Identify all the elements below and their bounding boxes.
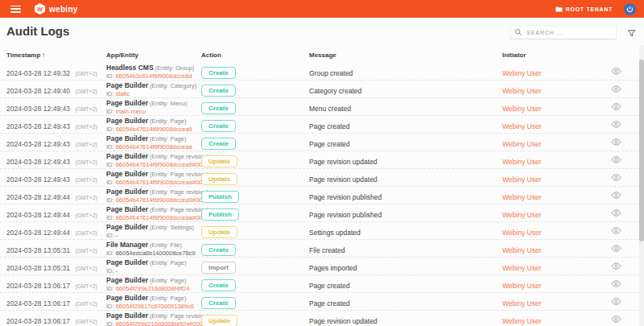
entity-id-value[interactable]: 66054f299e216d8008f4ff24 bbox=[116, 285, 190, 292]
column-header-action: Action bbox=[201, 52, 309, 59]
tenant-label: ROOT TENANT bbox=[566, 6, 613, 12]
view-details-button[interactable] bbox=[611, 155, 621, 164]
initiator-cell: Webiny User bbox=[502, 135, 601, 150]
audit-log-row: 2024-03-28 12:49:43 (GMT+2) Page Builder… bbox=[0, 151, 644, 169]
entity-type: (Entity: Group) bbox=[155, 64, 195, 72]
initiator-link[interactable]: Webiny User bbox=[502, 158, 542, 166]
app-entity-cell: Page Builder(Entity: Page) ID: - bbox=[106, 258, 201, 274]
view-details-button[interactable] bbox=[611, 102, 621, 111]
initiator-link[interactable]: Webiny User bbox=[502, 282, 542, 290]
entity-id-value[interactable]: 66054b47614f6f9008dcceaa bbox=[116, 143, 192, 151]
entity-id-value[interactable]: 66054b3c614f6f9008dcce8d bbox=[116, 72, 192, 80]
initiator-link[interactable]: Webiny User bbox=[502, 299, 542, 307]
tenant-selector[interactable]: ROOT TENANT bbox=[555, 6, 613, 12]
search-input[interactable] bbox=[526, 30, 607, 35]
message-text: Page created bbox=[309, 140, 350, 148]
entity-id-label: ID: bbox=[106, 126, 114, 133]
audit-log-row: 2024-03-28 12:49:40 (GMT+2) Page Builder… bbox=[0, 80, 644, 98]
entity-id-value[interactable]: 66054f299e216d8008f4ff24#0003 bbox=[116, 320, 206, 326]
entity-id-value[interactable]: 66054b47614f6f9008dcceaa#0001 bbox=[116, 179, 209, 186]
view-details-button[interactable] bbox=[611, 262, 621, 270]
message-text: Pages imported bbox=[309, 264, 357, 272]
action-cell: Update bbox=[201, 170, 309, 185]
initiator-link[interactable]: Webiny User bbox=[502, 246, 542, 254]
audit-log-row: 2024-03-28 12:49:43 (GMT+2) Page Builder… bbox=[0, 98, 644, 116]
view-details-button[interactable] bbox=[611, 226, 621, 235]
initiator-link[interactable]: Webiny User bbox=[502, 105, 542, 113]
vertical-scrollbar[interactable] bbox=[639, 45, 644, 326]
action-badge: Create bbox=[201, 138, 236, 150]
entity-id-value[interactable]: main-menu bbox=[116, 108, 147, 115]
column-header-timestamp[interactable]: Timestamp↑ bbox=[0, 52, 106, 59]
view-details-button[interactable] bbox=[611, 120, 621, 129]
initiator-link[interactable]: Webiny User bbox=[502, 140, 542, 148]
action-cell: Create bbox=[201, 99, 309, 114]
action-cell: Create bbox=[201, 81, 309, 97]
audit-log-row: 2024-03-28 12:49:44 (GMT+2) Page Builder… bbox=[0, 187, 644, 204]
view-details-button[interactable] bbox=[611, 138, 621, 146]
view-details-button[interactable] bbox=[611, 191, 621, 200]
action-cell: Update bbox=[201, 152, 309, 167]
timestamp-cell: 2024-03-28 13:06:17 (GMT+2) bbox=[0, 312, 106, 326]
entity-id-label: ID: bbox=[106, 196, 114, 204]
view-details-button[interactable] bbox=[611, 279, 621, 288]
entity-type: (Entity: Page revision) bbox=[150, 153, 208, 160]
entity-id-value[interactable]: 66054b47614f6f9008dccea9#0001 bbox=[116, 196, 209, 204]
view-details-button[interactable] bbox=[611, 85, 621, 93]
initiator-cell: Webiny User bbox=[502, 171, 601, 185]
view-details-button[interactable] bbox=[611, 173, 621, 182]
entity-id-value[interactable]: 66054b47614f6f9008dccea9 bbox=[116, 126, 192, 133]
scrollbar-thumb[interactable] bbox=[639, 60, 644, 241]
initiator-cell: Webiny User bbox=[502, 153, 601, 167]
initiator-cell: Webiny User bbox=[502, 188, 601, 203]
entity-type: (Entity: Page revision) bbox=[150, 171, 208, 178]
menu-icon[interactable] bbox=[10, 6, 21, 13]
entity-id-value[interactable]: static bbox=[116, 90, 130, 97]
message-text: Page created bbox=[309, 299, 350, 307]
entity-id-value[interactable]: 66054b47614f6f9008dcceaa#0001 bbox=[116, 214, 209, 221]
message-cell: Page revision published bbox=[309, 206, 502, 221]
user-avatar[interactable] bbox=[624, 3, 636, 15]
initiator-link[interactable]: Webiny User bbox=[502, 122, 542, 130]
timezone-label: (GMT+2) bbox=[75, 319, 97, 324]
view-details-button[interactable] bbox=[611, 244, 621, 253]
initiator-link[interactable]: Webiny User bbox=[502, 317, 542, 325]
entity-id-label: ID: bbox=[106, 303, 114, 310]
initiator-link[interactable]: Webiny User bbox=[502, 175, 542, 184]
initiator-link[interactable]: Webiny User bbox=[502, 264, 542, 272]
audit-log-row: 2024-03-28 12:49:44 (GMT+2) Page Builder… bbox=[0, 204, 644, 222]
timestamp-value: 2024-03-28 12:49:44 bbox=[6, 211, 70, 219]
entity-id-value[interactable]: 66054f29617c8700091389c6 bbox=[116, 303, 194, 310]
timestamp-value: 2024-03-28 12:49:43 bbox=[6, 140, 70, 148]
initiator-link[interactable]: Webiny User bbox=[502, 211, 542, 219]
search-box[interactable] bbox=[510, 25, 617, 39]
view-details-button[interactable] bbox=[611, 297, 621, 306]
tenant-folder-icon bbox=[555, 6, 563, 12]
webiny-logo[interactable]: W webiny bbox=[35, 3, 78, 14]
message-text: Group created bbox=[309, 69, 353, 77]
initiator-link[interactable]: Webiny User bbox=[502, 69, 542, 77]
timestamp-cell: 2024-03-28 12:49:44 (GMT+2) bbox=[0, 224, 106, 238]
action-cell: Publish bbox=[201, 188, 309, 203]
app-name: Page Builder bbox=[106, 99, 148, 107]
view-details-button[interactable] bbox=[611, 315, 621, 324]
filter-button[interactable] bbox=[627, 27, 636, 41]
app-name: Page Builder bbox=[106, 205, 148, 213]
message-cell: Category created bbox=[309, 82, 502, 97]
initiator-link[interactable]: Webiny User bbox=[502, 87, 542, 95]
audit-log-row: 2024-03-28 12:49:43 (GMT+2) Page Builder… bbox=[0, 169, 644, 187]
app-entity-cell: File Manager(Entity: File) ID: 66054edca… bbox=[106, 241, 201, 257]
message-cell: Page created bbox=[309, 135, 502, 150]
action-badge: Create bbox=[201, 85, 236, 97]
initiator-link[interactable]: Webiny User bbox=[502, 193, 542, 201]
column-header-initiator: Initiator bbox=[502, 52, 601, 59]
initiator-link[interactable]: Webiny User bbox=[502, 229, 542, 237]
entity-id-value[interactable]: - bbox=[116, 267, 118, 274]
entity-id-value[interactable]: 66054edca6b1400008ce76c9 bbox=[116, 250, 196, 257]
timezone-label: (GMT+2) bbox=[75, 230, 97, 236]
view-details-button[interactable] bbox=[611, 67, 621, 76]
timezone-label: (GMT+2) bbox=[75, 177, 97, 183]
entity-id-value[interactable]: - bbox=[116, 232, 118, 239]
entity-id-value[interactable]: 66054b47614f6f9008dccea9#0001 bbox=[116, 161, 209, 168]
view-details-button[interactable] bbox=[611, 208, 621, 217]
